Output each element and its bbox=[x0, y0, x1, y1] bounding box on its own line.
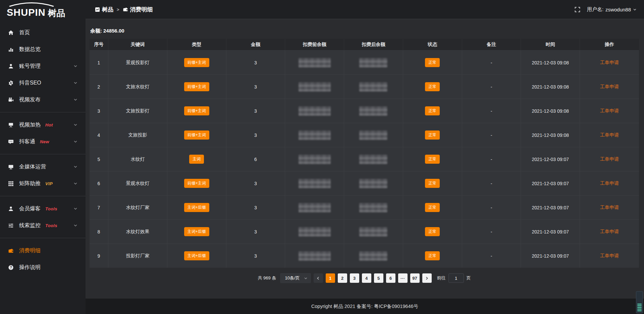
fullscreen-icon[interactable] bbox=[575, 7, 580, 12]
sidebar-item-operation-guide[interactable]: ?操作说明 bbox=[0, 259, 86, 276]
more-pages-button[interactable]: ··· bbox=[398, 273, 408, 283]
chevron-down-icon bbox=[73, 165, 77, 169]
cell-time: 2021-12-03 09:08 bbox=[521, 51, 580, 74]
cell-post-balance bbox=[344, 51, 403, 74]
cell-keyword: 水纹灯 bbox=[108, 147, 167, 171]
goto-page-input[interactable] bbox=[448, 273, 464, 283]
topbar-right: 用户名: zswodun88 bbox=[575, 6, 637, 13]
breadcrumb-item-current[interactable]: 消费明细 bbox=[123, 6, 153, 13]
sidebar-item-video-publish[interactable]: 视频发布 bbox=[0, 91, 86, 108]
home-icon bbox=[8, 30, 15, 36]
ticket-apply-link[interactable]: 工单申请 bbox=[600, 229, 619, 235]
page-button-4[interactable]: 4 bbox=[362, 273, 371, 283]
ticket-apply-link[interactable]: 工单申请 bbox=[600, 205, 619, 211]
cell-amount: 3 bbox=[226, 244, 285, 268]
ticket-apply-link[interactable]: 工单申请 bbox=[600, 132, 619, 138]
video-icon bbox=[8, 97, 15, 103]
page-button-97[interactable]: 97 bbox=[410, 273, 420, 283]
cell-time: 2021-12-03 09:07 bbox=[521, 244, 580, 268]
sidebar-item-douketong[interactable]: 抖客通New bbox=[0, 133, 86, 150]
cell-keyword: 景观投影灯 bbox=[108, 51, 167, 74]
sidebar-item-consumption-detail[interactable]: 消费明细 bbox=[0, 242, 86, 259]
cell-action: 工单申请 bbox=[580, 220, 639, 244]
content: 余额:24856.00 序号关键词类型金额扣费前余额扣费后余额状态备注时间操作 … bbox=[86, 19, 644, 314]
user-menu[interactable]: 用户名: zswodun88 bbox=[587, 6, 637, 13]
sidebar-item-douyin-seo[interactable]: 抖音SEO bbox=[0, 74, 86, 91]
grid-icon bbox=[8, 181, 15, 187]
sidebar-item-all-media-operation[interactable]: 全媒体运营 bbox=[0, 158, 86, 175]
page-button-3[interactable]: 3 bbox=[350, 273, 359, 283]
floating-widget[interactable] bbox=[636, 291, 643, 313]
sidebar-item-badge: Hot bbox=[45, 122, 53, 127]
cell-time: 2021-12-03 09:08 bbox=[521, 75, 580, 99]
cell-post-balance bbox=[344, 99, 403, 123]
sidebar-divider bbox=[0, 112, 86, 112]
sidebar-item-label: 首页 bbox=[19, 29, 30, 36]
cell-status: 正常 bbox=[403, 220, 462, 244]
cell-post-balance bbox=[344, 244, 403, 268]
cell-time: 2021-12-03 09:07 bbox=[521, 171, 580, 195]
sidebar-item-account-management[interactable]: 账号管理 bbox=[0, 58, 86, 74]
page-size-select[interactable]: 10条/页 bbox=[280, 273, 311, 283]
type-badge: 前缀+主词 bbox=[184, 58, 209, 67]
ticket-apply-link[interactable]: 工单申请 bbox=[600, 60, 619, 66]
masked-value bbox=[299, 58, 331, 67]
sidebar-item-clue-monitor[interactable]: 线索监控Tools bbox=[0, 217, 86, 234]
type-badge: 前缀+主词 bbox=[184, 179, 209, 188]
sidebar-divider bbox=[0, 238, 86, 238]
breadcrumb-item-home[interactable]: 树品 bbox=[95, 6, 113, 13]
cell-post-balance bbox=[344, 123, 403, 147]
sidebar-item-member-baoke[interactable]: 会员爆客Tools bbox=[0, 200, 86, 217]
help-icon: ? bbox=[8, 265, 15, 270]
chevron-down-icon bbox=[73, 123, 77, 127]
ticket-apply-link[interactable]: 工单申请 bbox=[600, 84, 619, 90]
masked-value bbox=[299, 251, 331, 261]
spacer bbox=[90, 283, 639, 299]
page-button-6[interactable]: 6 bbox=[386, 273, 395, 283]
chevron-down-icon bbox=[73, 207, 77, 211]
ticket-apply-link[interactable]: 工单申请 bbox=[600, 180, 619, 187]
cell-keyword: 水纹灯效果 bbox=[108, 220, 167, 244]
cell-amount: 3 bbox=[226, 220, 285, 244]
page-button-1[interactable]: 1 bbox=[326, 273, 335, 283]
cell-remark: - bbox=[462, 220, 521, 244]
chevron-down-icon bbox=[73, 181, 77, 186]
consumption-table: 序号关键词类型金额扣费前余额扣费后余额状态备注时间操作 1景观投影灯前缀+主词3… bbox=[90, 39, 639, 268]
chevron-down-icon bbox=[73, 223, 77, 227]
masked-value bbox=[359, 82, 387, 92]
table-row: 9投影灯厂家主词+后缀3正常-2021-12-03 09:07工单申请 bbox=[90, 244, 639, 268]
cell-type: 前缀+主词 bbox=[167, 171, 226, 195]
sidebar-item-label: 数据总览 bbox=[19, 46, 41, 53]
sidebar-item-home[interactable]: 首页 bbox=[0, 24, 86, 41]
status-badge: 正常 bbox=[425, 203, 440, 212]
ticket-apply-link[interactable]: 工单申请 bbox=[600, 108, 619, 114]
cell-keyword: 文旅投影 bbox=[108, 123, 167, 147]
cell-amount: 6 bbox=[226, 147, 285, 171]
type-badge: 前缀+主词 bbox=[184, 130, 209, 140]
balance-label: 余额: bbox=[90, 28, 102, 34]
masked-value bbox=[359, 179, 387, 188]
ticket-apply-link[interactable]: 工单申请 bbox=[600, 156, 619, 162]
status-badge: 正常 bbox=[425, 58, 440, 67]
breadcrumb-label: 消费明细 bbox=[130, 6, 153, 13]
logo-arc-icon bbox=[8, 2, 55, 7]
cell-remark: - bbox=[462, 147, 521, 171]
sidebar-item-video-heat[interactable]: 视频加热Hot bbox=[0, 116, 86, 133]
cell-type: 前缀+主词 bbox=[167, 99, 226, 123]
masked-value bbox=[359, 251, 387, 261]
next-page-button[interactable] bbox=[422, 273, 432, 283]
chevron-down-icon bbox=[73, 64, 77, 68]
sidebar-item-matrix-boost[interactable]: 矩阵助推VIP bbox=[0, 175, 86, 192]
table-body: 1景观投影灯前缀+主词3正常-2021-12-03 09:08工单申请2文旅水纹… bbox=[90, 50, 639, 268]
cell-status: 正常 bbox=[403, 51, 462, 74]
table-row: 2文旅水纹灯前缀+主词3正常-2021-12-03 09:08工单申请 bbox=[90, 74, 639, 99]
cell-time: 2021-12-03 09:08 bbox=[521, 123, 580, 147]
cell-index: 6 bbox=[90, 171, 108, 195]
cell-index: 7 bbox=[90, 196, 108, 219]
chart-icon bbox=[8, 47, 15, 52]
page-button-2[interactable]: 2 bbox=[338, 273, 347, 283]
page-button-5[interactable]: 5 bbox=[374, 273, 383, 283]
prev-page-button[interactable] bbox=[314, 273, 323, 283]
ticket-apply-link[interactable]: 工单申请 bbox=[600, 253, 619, 259]
sidebar-item-data-overview[interactable]: 数据总览 bbox=[0, 41, 86, 58]
